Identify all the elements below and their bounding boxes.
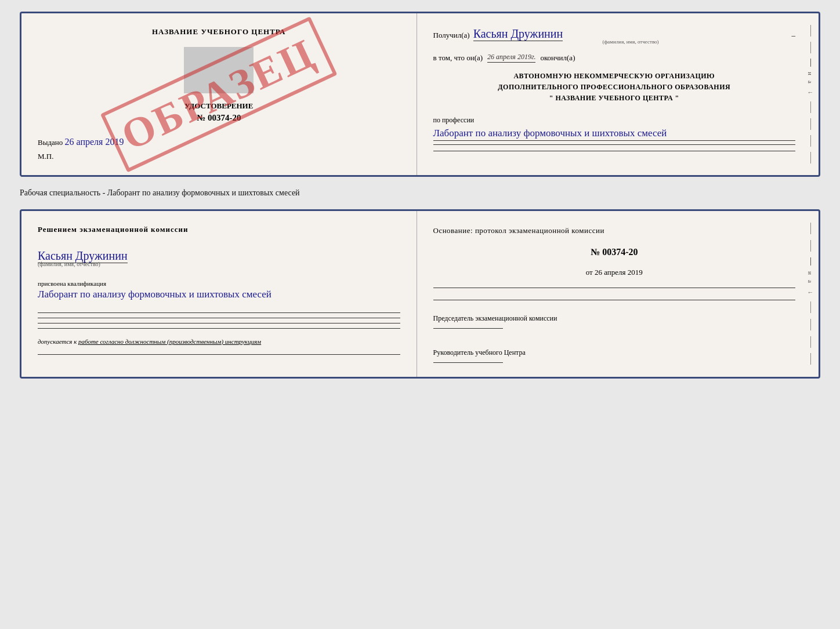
bottom-name-block: Касьян Дружинин (фамилия, имя, отчество) — [38, 246, 400, 267]
photo-placeholder — [184, 47, 254, 93]
cert-issued: Выдано 26 апреля 2019 — [38, 137, 124, 147]
qualification-block: присвоена квалификация Лаборант по анали… — [38, 280, 400, 302]
protocol-date-value: 26 апреля 2019 — [595, 268, 643, 277]
допуск-text: допускается к работе согласно должностны… — [38, 338, 400, 345]
finished-label: окончил(а) — [540, 53, 575, 63]
cert-title: НАЗВАНИЕ УЧЕБНОГО ЦЕНТРА — [152, 27, 286, 37]
top-document: НАЗВАНИЕ УЧЕБНОГО ЦЕНТРА УДОСТОВЕРЕНИЕ №… — [20, 12, 820, 177]
protocol-number: № 00374-20 — [433, 247, 796, 257]
head-label: Руководитель учебного Центра — [433, 347, 796, 358]
edge-text-а2: а — [807, 280, 814, 283]
org-line3: " НАЗВАНИЕ УЧЕБНОГО ЦЕНТРА " — [433, 93, 796, 104]
specialty-text: Рабочая специальность - Лаборант по анал… — [20, 186, 820, 200]
edge-line — [810, 59, 811, 67]
date-label: в том, что он(а) — [433, 53, 483, 63]
edge-line — [810, 101, 811, 113]
bottom-right-edge-decoration: и а ← — [802, 211, 819, 377]
org-line1: АВТОНОМНУЮ НЕКОММЕРЧЕСКУЮ ОРГАНИЗАЦИЮ — [433, 71, 796, 82]
mp-label: М.П. — [38, 152, 53, 161]
watermark: ОБРАЗЕЦ — [100, 16, 337, 172]
qualification-label: присвоена квалификация — [38, 280, 400, 287]
edge-text-и: и — [807, 72, 814, 75]
date-prefix: от — [586, 268, 593, 277]
top-doc-right: Получил(а) Касьян Дружинин (фамилия, имя… — [417, 13, 819, 175]
edge-line — [810, 135, 811, 147]
edge-arrow: ← — [808, 89, 814, 96]
edge-line — [810, 336, 811, 348]
edge-line — [810, 42, 811, 53]
head-signature-line — [433, 362, 503, 363]
edge-line — [810, 353, 811, 365]
допуск-value: работе согласно должностным (производств… — [78, 338, 261, 345]
head-section: Руководитель учебного Центра — [433, 347, 796, 363]
received-label: Получил(а) — [433, 31, 470, 40]
profession-value: Лаборант по анализу формовочных и шихтов… — [433, 126, 796, 141]
right-edge-decoration: и а ← — [802, 13, 819, 175]
edge-line — [810, 152, 811, 163]
edge-line — [810, 240, 811, 252]
org-line2: ДОПОЛНИТЕЛЬНОГО ПРОФЕССИОНАЛЬНОГО ОБРАЗО… — [433, 82, 796, 93]
cert-label: УДОСТОВЕРЕНИЕ — [184, 101, 253, 111]
bottom-doc-right: Основание: протокол экзаменационной коми… — [417, 211, 819, 377]
org-block: АВТОНОМНУЮ НЕКОММЕРЧЕСКУЮ ОРГАНИЗАЦИЮ ДО… — [433, 71, 796, 104]
commission-title: Решением экзаменационной комиссии — [38, 225, 400, 234]
protocol-date: от 26 апреля 2019 — [433, 268, 796, 277]
chairman-section: Председатель экзаменационной комиссии — [433, 313, 796, 329]
bottom-doc-left: Решением экзаменационной комиссии Касьян… — [21, 211, 417, 377]
edge-line — [810, 319, 811, 330]
bottom-name-caption: (фамилия, имя, отчество) — [38, 261, 400, 267]
profession-block: по профессии Лаборант по анализу формово… — [433, 116, 796, 152]
допуск-label: допускается к — [38, 338, 77, 345]
edge-line — [810, 301, 811, 313]
date-row: в том, что он(а) 26 апреля 2019г. окончи… — [433, 53, 796, 63]
edge-arrow2: ← — [808, 289, 814, 296]
top-doc-left: НАЗВАНИЕ УЧЕБНОГО ЦЕНТРА УДОСТОВЕРЕНИЕ №… — [21, 13, 417, 175]
qualification-value: Лаборант по анализу формовочных и шихтов… — [38, 289, 271, 300]
edge-line — [810, 257, 811, 266]
chairman-signature-line — [433, 328, 503, 329]
received-name: Касьян Дружинин — [473, 27, 563, 41]
edge-line — [810, 223, 811, 234]
bottom-document: Решением экзаменационной комиссии Касьян… — [20, 209, 820, 379]
issued-label: Выдано — [38, 138, 63, 147]
issued-date: 26 апреля 2019 — [65, 137, 124, 147]
edge-line — [810, 25, 811, 37]
edge-text-и2: и — [807, 271, 814, 275]
dash: – — [792, 31, 796, 40]
profession-label: по профессии — [433, 116, 796, 125]
date-value: 26 апреля 2019г. — [487, 53, 535, 63]
received-name-block: Касьян Дружинин (фамилия, имя, отчество) — [473, 27, 788, 45]
edge-line — [810, 118, 811, 130]
edge-text-а: а — [807, 81, 814, 83]
cert-number: № 00374-20 — [197, 113, 241, 123]
chairman-label: Председатель экзаменационной комиссии — [433, 313, 796, 323]
page-container: НАЗВАНИЕ УЧЕБНОГО ЦЕНТРА УДОСТОВЕРЕНИЕ №… — [20, 12, 820, 379]
bottom-lines — [38, 312, 400, 329]
received-row: Получил(а) Касьян Дружинин (фамилия, имя… — [433, 27, 796, 45]
basis-label: Основание: протокол экзаменационной коми… — [433, 225, 796, 237]
